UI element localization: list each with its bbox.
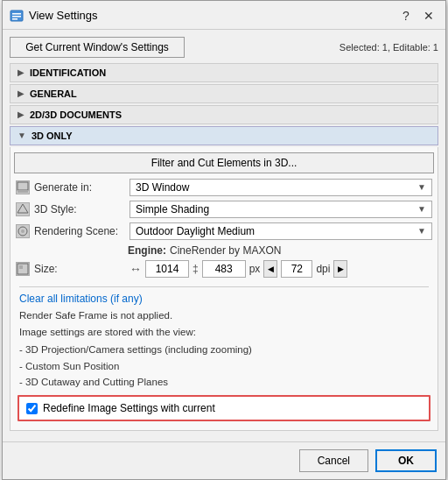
redefine-image-settings-row: Redefine Image Settings with current (18, 395, 430, 421)
stored-item-1: - 3D Projection/Camera settings (includi… (19, 342, 429, 357)
size-link-icon: ↔ (130, 262, 142, 276)
engine-row: Engine: CineRender by MAXON (14, 244, 434, 260)
generate-in-dropdown-arrow: ▼ (417, 182, 426, 192)
generate-in-dropdown[interactable]: 3D Window ▼ (130, 179, 432, 196)
svg-rect-5 (18, 190, 28, 193)
engine-value: CineRender by MAXON (170, 244, 281, 257)
selected-info: Selected: 1, Editable: 1 (340, 42, 438, 53)
svg-rect-4 (18, 182, 28, 190)
size-width-input[interactable] (145, 260, 189, 278)
safe-frame-text: Render Safe Frame is not applied. (19, 308, 429, 323)
rendering-scene-row: Rendering Scene: Outdoor Daylight Medium… (14, 222, 434, 240)
svg-rect-3 (12, 18, 18, 20)
close-button[interactable]: ✕ (419, 6, 438, 25)
ok-button[interactable]: OK (375, 449, 437, 472)
rendering-scene-dropdown[interactable]: Outdoor Daylight Medium ▼ (130, 222, 432, 240)
section-label-2d3d: 2D/3D DOCUMENTS (30, 109, 122, 120)
section-arrow-identification: ▶ (18, 67, 24, 77)
3d-style-icon (16, 202, 30, 216)
dpi-unit: dpi (316, 263, 330, 275)
3d-style-dropdown-arrow: ▼ (417, 204, 426, 214)
size-label: Size: (16, 262, 130, 276)
info-divider (19, 286, 429, 287)
section-label-identification: IDENTIFICATION (30, 67, 106, 78)
dialog-title: View Settings (29, 9, 98, 22)
engine-label: Engine: (128, 244, 166, 257)
help-button[interactable]: ? (396, 6, 416, 25)
bottom-bar: Cancel OK (3, 441, 445, 479)
rendering-scene-icon (16, 224, 30, 238)
filter-cut-elements-button[interactable]: Filter and Cut Elements in 3D... (14, 152, 434, 173)
info-section: Clear all limitations (if any) Render Sa… (14, 281, 434, 392)
svg-rect-1 (12, 13, 21, 15)
title-bar: View Settings ? ✕ (3, 1, 445, 30)
stored-info-text: Image settings are stored with the view: (19, 325, 429, 340)
section-arrow-3donly: ▼ (18, 131, 26, 140)
title-bar-left: View Settings (10, 9, 98, 23)
dialog-icon (10, 9, 24, 23)
size-height-input[interactable] (202, 260, 246, 278)
top-bar: Get Current Window's Settings Selected: … (10, 37, 438, 58)
clear-limitations-link: Clear all limitations (if any) (19, 291, 429, 307)
section-3donly[interactable]: ▼ 3D ONLY (10, 126, 438, 145)
get-current-window-button[interactable]: Get Current Window's Settings (10, 37, 185, 58)
size-icon (16, 262, 30, 276)
generate-in-row: Generate in: 3D Window ▼ (14, 179, 434, 196)
clear-link[interactable]: Clear all limitations (if any) (19, 293, 143, 305)
size-next-button[interactable]: ▶ (333, 260, 347, 278)
size-dpi-input[interactable] (281, 260, 312, 278)
size-prev-button[interactable]: ◀ (263, 260, 277, 278)
section-label-3donly: 3D ONLY (32, 131, 73, 141)
stored-settings-list: - 3D Projection/Camera settings (includi… (19, 342, 429, 390)
view-settings-dialog: View Settings ? ✕ Get Current Window's S… (2, 0, 446, 480)
section-identification[interactable]: ▶ IDENTIFICATION (10, 63, 438, 82)
3d-style-dropdown[interactable]: Simple Shading ▼ (130, 201, 432, 218)
rendering-scene-label: Rendering Scene: (16, 224, 130, 238)
section-label-general: GENERAL (30, 88, 77, 99)
title-bar-controls: ? ✕ (396, 6, 438, 25)
stored-item-2: - Custom Sun Position (19, 358, 429, 374)
svg-rect-10 (19, 265, 23, 269)
3d-style-row: 3D Style: Simple Shading ▼ (14, 201, 434, 218)
svg-rect-2 (12, 16, 21, 18)
cancel-button[interactable]: Cancel (299, 449, 368, 472)
size-row: Size: ↔ ‡ px ◀ dpi ▶ (14, 260, 434, 278)
svg-point-8 (21, 229, 24, 233)
size-unit: px (249, 263, 261, 275)
redefine-image-label[interactable]: Redefine Image Settings with current (43, 402, 215, 414)
svg-marker-6 (18, 204, 28, 213)
generate-in-label: Generate in: (16, 180, 130, 194)
rendering-scene-dropdown-arrow: ▼ (417, 226, 426, 236)
dialog-content: Get Current Window's Settings Selected: … (3, 30, 445, 442)
stored-item-3: - 3D Cutaway and Cutting Planes (19, 374, 429, 390)
size-controls: ↔ ‡ px ◀ dpi ▶ (130, 260, 432, 278)
generate-in-icon (16, 180, 30, 194)
section-2d3d[interactable]: ▶ 2D/3D DOCUMENTS (10, 105, 438, 124)
section-general[interactable]: ▶ GENERAL (10, 84, 438, 103)
size-separator: ‡ (192, 263, 199, 275)
redefine-image-checkbox[interactable] (26, 403, 38, 414)
section-arrow-general: ▶ (18, 88, 24, 98)
section-arrow-2d3d: ▶ (18, 109, 24, 119)
3d-style-label: 3D Style: (16, 202, 130, 216)
section-3donly-content: Filter and Cut Elements in 3D... Generat… (10, 147, 438, 432)
